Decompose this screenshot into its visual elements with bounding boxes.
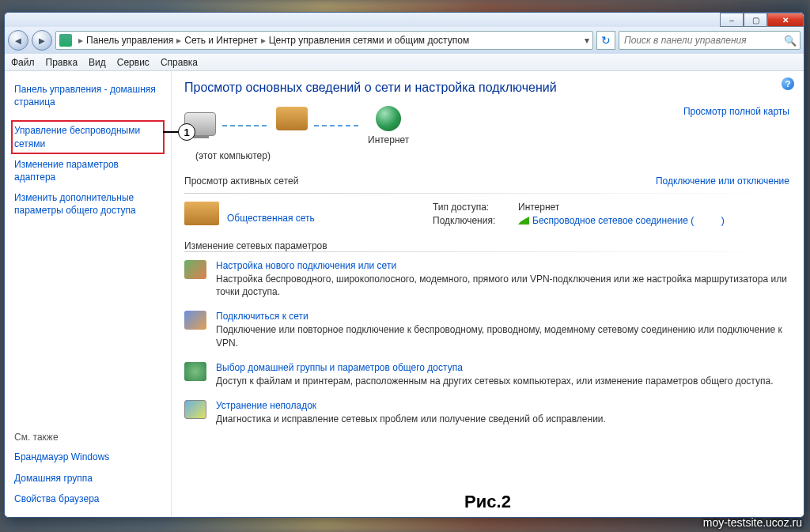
menu-edit[interactable]: Правка (46, 57, 78, 68)
back-button[interactable]: ◄ (8, 30, 28, 51)
wifi-signal-icon (518, 217, 529, 224)
change-settings-header: Изменение сетевых параметров (184, 240, 789, 251)
troubleshoot-link[interactable]: Устранение неполадок (216, 400, 606, 411)
divider (184, 193, 789, 194)
action-homegroup: Выбор домашней группы и параметров общег… (184, 362, 789, 387)
figure-label: Рис.2 (464, 492, 511, 512)
action-connect-network: Подключиться к сети Подключение или повт… (184, 311, 789, 349)
window-buttons: – ▢ ✕ (720, 13, 804, 27)
search-icon[interactable]: 🔍 (784, 35, 797, 47)
bench-icon (276, 107, 308, 130)
new-connection-icon (184, 260, 206, 279)
titlebar: – ▢ ✕ (5, 13, 804, 27)
sidebar-wireless[interactable]: Управление беспроводными сетями (11, 120, 165, 153)
network-map: Интернет Просмотр полной карты (184, 106, 789, 145)
troubleshoot-icon (184, 400, 206, 419)
maximize-button[interactable]: ▢ (744, 13, 767, 27)
menu-file[interactable]: Файл (11, 57, 35, 68)
control-panel-window: – ▢ ✕ ◄ ► ▸ Панель управления ▸ Сеть и И… (4, 12, 804, 518)
connections-label: Подключения: (433, 215, 512, 226)
action-new-connection: Настройка нового подключения или сети На… (184, 260, 789, 298)
network-type-link[interactable]: Общественная сеть (227, 213, 315, 224)
sidebar-browser[interactable]: Свойства браузера (11, 489, 165, 509)
active-networks-header: Просмотр активных сетей (184, 175, 298, 187)
homegroup-icon (184, 362, 206, 381)
internet-label: Интернет (368, 134, 409, 145)
access-type-label: Тип доступа: (433, 202, 512, 213)
control-panel-icon (59, 34, 72, 47)
node-internet: Интернет (368, 106, 409, 145)
access-type-value: Интернет (518, 202, 559, 213)
refresh-button[interactable]: ↻ (596, 31, 615, 50)
connections-value-link[interactable]: Беспроводное сетевое соединение ( ) (518, 215, 725, 226)
connect-disconnect-link[interactable]: Подключение или отключение (656, 175, 789, 187)
globe-icon (376, 106, 401, 131)
page-title: Просмотр основных сведений о сети и наст… (184, 81, 789, 95)
annotation-1: 1 (178, 123, 195, 141)
homegroup-link[interactable]: Выбор домашней группы и параметров общег… (216, 362, 774, 373)
full-map-link[interactable]: Просмотр полной карты (683, 106, 789, 117)
help-icon[interactable]: ? (782, 77, 794, 90)
menu-view[interactable]: Вид (89, 57, 106, 68)
close-button[interactable]: ✕ (767, 13, 804, 27)
minimize-button[interactable]: – (720, 13, 744, 27)
search-box[interactable]: 🔍 (619, 31, 801, 50)
address-bar: ◄ ► ▸ Панель управления ▸ Сеть и Интерне… (5, 27, 804, 54)
main-panel: ? Просмотр основных сведений о сети и на… (171, 71, 804, 517)
sidebar-seealso: См. также (11, 428, 165, 447)
action-troubleshoot: Устранение неполадок Диагностика и испра… (184, 400, 789, 425)
connect-network-icon (184, 311, 206, 330)
menu-service[interactable]: Сервис (117, 57, 150, 68)
connect-network-link[interactable]: Подключиться к сети (216, 311, 789, 322)
node-network (276, 107, 308, 145)
sidebar-sharing[interactable]: Изменить дополнительные параметры общего… (11, 187, 165, 221)
connector-2 (314, 125, 361, 126)
troubleshoot-desc: Диагностика и исправление сетевых пробле… (216, 413, 606, 425)
connect-network-desc: Подключение или повторное подключение к … (216, 323, 789, 349)
sidebar-homegroup[interactable]: Домашняя группа (11, 468, 165, 489)
menu-help[interactable]: Справка (161, 57, 198, 68)
sidebar-firewall[interactable]: Брандмауэр Windows (11, 447, 165, 467)
new-connection-desc: Настройка беспроводного, широкополосного… (216, 273, 789, 298)
sidebar: Панель управления - домашняя страница Уп… (5, 71, 171, 517)
divider-2 (184, 251, 789, 252)
search-input[interactable] (623, 34, 784, 47)
menu-bar: Файл Правка Вид Сервис Справка (5, 54, 804, 71)
forward-button[interactable]: ► (32, 30, 52, 51)
watermark: moy-testsite.ucoz.ru (703, 516, 802, 529)
active-network-row: Общественная сеть Тип доступа: Интернет … (184, 202, 789, 226)
network-bench-icon (184, 202, 219, 225)
sidebar-home[interactable]: Панель управления - домашняя страница (11, 79, 165, 112)
homegroup-desc: Доступ к файлам и принтерам, расположенн… (216, 375, 774, 387)
breadcrumb[interactable]: ▸ Панель управления ▸ Сеть и Интернет ▸ … (55, 31, 593, 50)
this-computer-caption: (этот компьютер) (195, 150, 789, 161)
content: Панель управления - домашняя страница Уп… (5, 71, 804, 517)
breadcrumb-l3[interactable]: Центр управления сетями и общим доступом (269, 35, 470, 46)
breadcrumb-l2[interactable]: Сеть и Интернет (184, 35, 257, 46)
breadcrumb-root[interactable]: Панель управления (86, 35, 173, 46)
connector-1 (222, 125, 270, 126)
new-connection-link[interactable]: Настройка нового подключения или сети (216, 260, 789, 271)
sidebar-adapter[interactable]: Изменение параметров адаптера (11, 154, 165, 187)
